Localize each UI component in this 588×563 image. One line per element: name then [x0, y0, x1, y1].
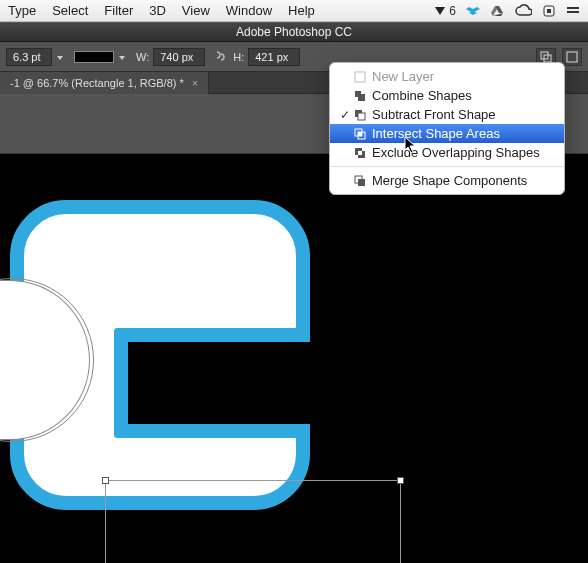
- menu-view[interactable]: View: [182, 3, 210, 18]
- menu-separator: [330, 166, 564, 167]
- mac-menubar: Type Select Filter 3D View Window Help 6: [0, 0, 588, 22]
- stroke-weight-input[interactable]: [6, 48, 52, 66]
- check-icon: ✓: [338, 108, 352, 122]
- transform-handle-tr[interactable]: [397, 477, 404, 484]
- cloud-updates-icon[interactable]: [542, 4, 556, 18]
- stroke-style-field[interactable]: [74, 51, 128, 63]
- menu-window[interactable]: Window: [226, 3, 272, 18]
- window-title: Adobe Photoshop CC: [236, 25, 352, 39]
- menu-3d[interactable]: 3D: [149, 3, 166, 18]
- dropbox-icon[interactable]: [466, 4, 480, 18]
- height-input[interactable]: [248, 48, 300, 66]
- merge-shapes-icon: [352, 175, 368, 187]
- menu-item-intersect-shape-areas[interactable]: Intersect Shape Areas: [330, 124, 564, 143]
- svg-rect-1: [547, 9, 551, 13]
- document-tab-label: -1 @ 66.7% (Rectangle 1, RGB/8) *: [10, 77, 184, 89]
- canvas[interactable]: [0, 154, 588, 563]
- menu-item-new-layer: New Layer: [330, 67, 564, 86]
- combine-shapes-icon: [352, 90, 368, 102]
- drive-icon[interactable]: [490, 4, 504, 18]
- dropdown-icon[interactable]: [56, 52, 66, 62]
- menu-type[interactable]: Type: [8, 3, 36, 18]
- width-field[interactable]: W:: [136, 48, 205, 66]
- menu-extra-icon[interactable]: [566, 4, 580, 18]
- creative-cloud-icon[interactable]: [514, 4, 532, 18]
- width-label: W:: [136, 51, 149, 63]
- height-field[interactable]: H:: [233, 48, 300, 66]
- width-input[interactable]: [153, 48, 205, 66]
- svg-rect-2: [567, 7, 579, 9]
- svg-rect-11: [358, 132, 362, 136]
- stroke-style-swatch[interactable]: [74, 51, 114, 63]
- menubar-tray: 6: [433, 4, 580, 18]
- menu-item-label: New Layer: [372, 69, 434, 84]
- notif-count: 6: [449, 4, 456, 18]
- height-label: H:: [233, 51, 244, 63]
- close-icon[interactable]: ×: [192, 77, 198, 89]
- stroke-weight-field[interactable]: [6, 48, 66, 66]
- window-titlebar: Adobe Photoshop CC: [0, 22, 588, 42]
- link-wh-icon[interactable]: [213, 49, 225, 65]
- svg-rect-6: [567, 52, 577, 62]
- menu-filter[interactable]: Filter: [104, 3, 133, 18]
- path-operations-menu: New Layer Combine Shapes ✓ Subtract Fron…: [329, 62, 565, 195]
- menu-item-label: Exclude Overlapping Shapes: [372, 145, 540, 160]
- menu-item-subtract-front-shape[interactable]: ✓ Subtract Front Shape: [330, 105, 564, 124]
- svg-rect-3: [567, 11, 579, 13]
- menu-item-label: Combine Shapes: [372, 88, 472, 103]
- svg-rect-7: [355, 72, 365, 82]
- new-layer-icon: [352, 71, 368, 83]
- menu-item-merge-shape-components[interactable]: Merge Shape Components: [330, 171, 564, 190]
- menu-item-label: Intersect Shape Areas: [372, 126, 500, 141]
- subtract-shape-icon: [352, 109, 368, 121]
- menu-item-label: Subtract Front Shape: [372, 107, 496, 122]
- menu-item-label: Merge Shape Components: [372, 173, 527, 188]
- menu-item-exclude-overlapping[interactable]: Exclude Overlapping Shapes: [330, 143, 564, 162]
- exclude-shapes-icon: [352, 147, 368, 159]
- document-tab[interactable]: -1 @ 66.7% (Rectangle 1, RGB/8) * ×: [0, 72, 209, 94]
- svg-rect-13: [358, 179, 365, 186]
- dropdown-icon[interactable]: [118, 52, 128, 62]
- svg-rect-8: [358, 113, 365, 120]
- inner-rectangle-cut[interactable]: [114, 328, 310, 438]
- notifications-icon[interactable]: 6: [433, 4, 456, 18]
- menu-help[interactable]: Help: [288, 3, 315, 18]
- menu-select[interactable]: Select: [52, 3, 88, 18]
- menu-item-combine-shapes[interactable]: Combine Shapes: [330, 86, 564, 105]
- intersect-shapes-icon: [352, 128, 368, 140]
- path-align-button[interactable]: [562, 48, 582, 66]
